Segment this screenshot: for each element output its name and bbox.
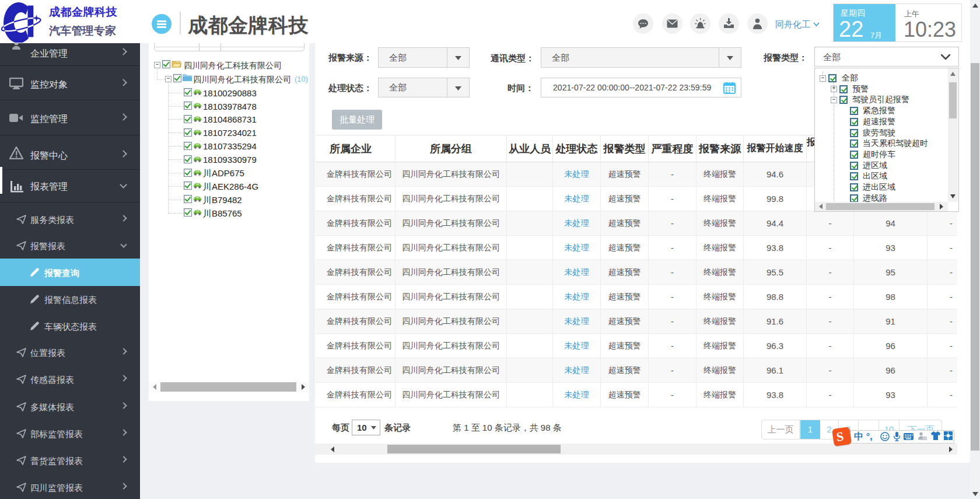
svg-text:14: 14 (923, 437, 926, 440)
